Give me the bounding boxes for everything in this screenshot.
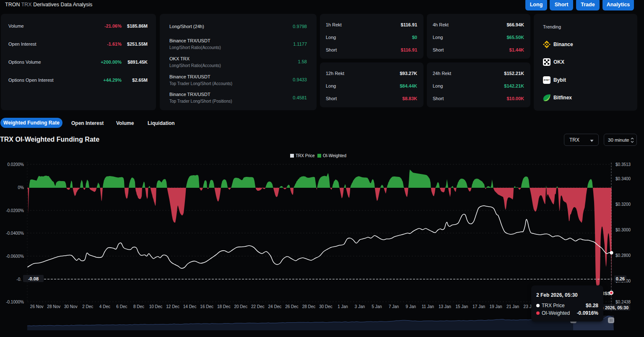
svg-text:22 Dec: 22 Dec	[251, 304, 265, 309]
svg-text:16 Dec: 16 Dec	[200, 304, 213, 309]
svg-text:$0.2800: $0.2800	[615, 253, 631, 258]
svg-text:17 Jan: 17 Jan	[473, 304, 485, 309]
svg-text:14 Dec: 14 Dec	[183, 304, 197, 309]
svg-text:13 Jan: 13 Jan	[439, 304, 451, 309]
svg-text:19 Jan: 19 Jan	[489, 304, 502, 309]
svg-text:12 Dec: 12 Dec	[166, 304, 179, 309]
svg-text:30 Dec: 30 Dec	[319, 304, 332, 309]
svg-text:11 Jan: 11 Jan	[422, 304, 434, 309]
svg-text:1 Jan: 1 Jan	[338, 304, 348, 309]
svg-text:-0.1000%: -0.1000%	[6, 300, 24, 304]
svg-text:3 Jan: 3 Jan	[355, 304, 365, 309]
svg-text:7 Jan: 7 Jan	[389, 304, 399, 309]
svg-text:30 Nov: 30 Nov	[64, 304, 78, 309]
svg-text:5 Jan: 5 Jan	[371, 304, 382, 309]
svg-text:BYBIT: BYBIT	[544, 79, 550, 81]
svg-text:4 Dec: 4 Dec	[99, 304, 110, 309]
svg-text:8 Dec: 8 Dec	[133, 304, 144, 309]
svg-text:28 Nov: 28 Nov	[47, 304, 60, 309]
svg-text:26 Nov: 26 Nov	[30, 304, 44, 309]
svg-text:$0.3513: $0.3513	[615, 162, 631, 167]
svg-text:18 Dec: 18 Dec	[217, 304, 231, 309]
svg-text:2 Dec: 2 Dec	[82, 304, 93, 309]
svg-text:-0.: -0.	[16, 277, 21, 282]
svg-text:10 Dec: 10 Dec	[149, 304, 163, 309]
svg-text:21 Jan: 21 Jan	[506, 304, 519, 309]
svg-text:$0.2438: $0.2438	[615, 300, 631, 304]
svg-text:26 Dec: 26 Dec	[285, 304, 299, 309]
svg-text:0.26: 0.26	[616, 276, 625, 281]
svg-text:-0.08: -0.08	[28, 276, 39, 281]
svg-text:$0.3400: $0.3400	[615, 176, 631, 181]
svg-text:28 Dec: 28 Dec	[302, 304, 316, 309]
svg-text:$0.3000: $0.3000	[615, 228, 631, 232]
svg-text:0%: 0%	[18, 185, 24, 190]
svg-text:20 Dec: 20 Dec	[234, 304, 247, 309]
svg-text:24 Dec: 24 Dec	[268, 304, 282, 309]
svg-text:15 Jan: 15 Jan	[455, 304, 468, 309]
svg-text:6 Dec: 6 Dec	[116, 304, 127, 309]
svg-text:9 Jan: 9 Jan	[406, 304, 416, 309]
svg-text:$0.3200: $0.3200	[615, 202, 631, 207]
svg-text:-0.0400%: -0.0400%	[6, 231, 24, 236]
svg-text:-0.0600%: -0.0600%	[6, 254, 24, 259]
svg-text:-0.0200%: -0.0200%	[6, 208, 24, 213]
svg-text:0.0200%: 0.0200%	[8, 162, 24, 167]
